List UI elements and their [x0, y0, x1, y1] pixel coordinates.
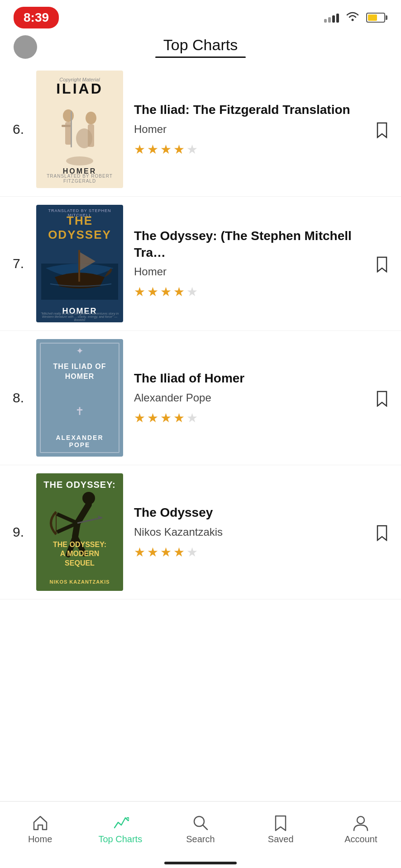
list-item[interactable]: 7. TRANSLATED BY STEPHEN MITCHELL THE OD…: [0, 197, 401, 331]
page-title: Top Charts: [155, 36, 246, 54]
nav-item-top-charts[interactable]: Top Charts: [89, 814, 152, 844]
book-title: The Odyssey: (The Stephen Mitchell Tra…: [134, 228, 364, 261]
book-info: The Iliad of Homer Alexander Pope ★ ★ ★ …: [134, 370, 368, 425]
nav-label-saved: Saved: [268, 834, 294, 844]
book-info: The Odyssey Nikos Kazantzakis ★ ★ ★ ★ ★: [134, 505, 368, 559]
nav-label-account: Account: [344, 834, 377, 844]
nav-label-search: Search: [186, 834, 215, 844]
bookmark-button[interactable]: [368, 389, 388, 407]
status-time: 8:39: [14, 7, 59, 28]
star-5: ★: [186, 142, 198, 157]
book-stars: ★ ★ ★ ★ ★: [134, 410, 364, 425]
svg-rect-10: [78, 250, 80, 282]
bookmark-button[interactable]: [368, 523, 388, 541]
star-4: ★: [173, 142, 185, 157]
avatar: [14, 35, 37, 59]
svg-point-8: [66, 156, 93, 165]
svg-point-7: [76, 128, 92, 148]
nav-item-home[interactable]: Home: [9, 814, 72, 844]
book-author: Homer: [134, 123, 364, 136]
svg-rect-4: [71, 111, 72, 147]
book-author: Homer: [134, 265, 364, 278]
book-author: Nikos Kazantzakis: [134, 526, 364, 538]
home-indicator: [164, 862, 237, 864]
book-rank: 7.: [13, 256, 36, 271]
book-cover[interactable]: TRANSLATED BY STEPHEN MITCHELL THE ODYSS…: [36, 205, 123, 322]
book-title: The Iliad of Homer: [134, 370, 364, 387]
star-2: ★: [147, 142, 158, 157]
nav-item-saved[interactable]: Saved: [249, 814, 312, 844]
book-stars: ★ ★ ★ ★ ★: [134, 142, 364, 157]
svg-line-12: [57, 514, 77, 523]
bookmark-button[interactable]: [368, 255, 388, 273]
nav-item-account[interactable]: Account: [329, 814, 392, 844]
svg-line-20: [203, 825, 207, 830]
status-bar: 8:39: [0, 0, 401, 32]
book-stars: ★ ★ ★ ★ ★: [134, 284, 364, 299]
book-author: Alexander Pope: [134, 392, 364, 404]
book-info: The Iliad: The Fitzgerald Translation Ho…: [134, 102, 368, 156]
book-cover[interactable]: ✦ THE ILIAD OFHOMER ✝ ALEXANDERPOPE: [36, 339, 123, 457]
book-rank: 6.: [13, 122, 36, 137]
book-title: The Odyssey: [134, 505, 364, 521]
wifi-icon: [345, 11, 360, 24]
header-underline: [155, 57, 246, 58]
svg-point-1: [63, 109, 74, 122]
star-3: ★: [160, 142, 172, 157]
list-item[interactable]: 8. ✦ THE ILIAD OFHOMER ✝ ALEXANDERPOPE T…: [0, 331, 401, 465]
status-icons: [324, 11, 387, 24]
signal-icon: [324, 13, 339, 23]
book-cover[interactable]: Copyright Material ILIAD: [36, 71, 123, 188]
star-1: ★: [134, 142, 145, 157]
book-stars: ★ ★ ★ ★ ★: [134, 545, 364, 560]
svg-point-21: [357, 816, 364, 824]
book-rank: 8.: [13, 390, 36, 406]
book-info: The Odyssey: (The Stephen Mitchell Tra… …: [134, 228, 368, 299]
battery-icon: [366, 13, 387, 23]
svg-rect-3: [62, 125, 71, 127]
list-item[interactable]: 9. THE ODYSSEY:: [0, 465, 401, 599]
book-cover[interactable]: THE ODYSSEY:: [36, 473, 123, 591]
svg-point-5: [86, 112, 96, 124]
bottom-nav: Home Top Charts Search Saved Account: [0, 801, 401, 868]
header: Top Charts: [0, 32, 401, 58]
nav-label-home: Home: [28, 834, 52, 844]
bookmark-button[interactable]: [368, 120, 388, 138]
book-title: The Iliad: The Fitzgerald Translation: [134, 102, 364, 118]
svg-point-0: [352, 19, 354, 21]
nav-label-top-charts: Top Charts: [98, 834, 142, 844]
list-item[interactable]: 6. Copyright Material ILIAD: [0, 62, 401, 197]
book-rank: 9.: [13, 524, 36, 540]
nav-item-search[interactable]: Search: [169, 814, 232, 844]
book-list: 6. Copyright Material ILIAD: [0, 58, 401, 604]
